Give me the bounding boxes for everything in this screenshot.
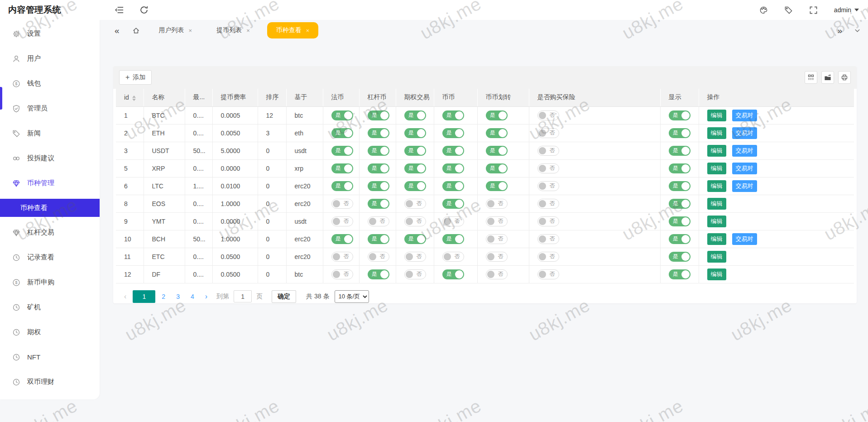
sidebar-item-杠杆交易[interactable]: 杠杆交易	[0, 220, 100, 245]
toggle-transfer-on[interactable]: 是	[486, 163, 508, 173]
toggle-option-off[interactable]: 否	[404, 269, 426, 279]
toggle-insurance-off[interactable]: 否	[537, 234, 559, 244]
pair-button[interactable]: 交易对	[732, 233, 757, 245]
sidebar-item-记录查看[interactable]: 记录查看	[0, 245, 100, 270]
toggle-insurance-off[interactable]: 否	[537, 216, 559, 226]
toggle-coin-on[interactable]: 是	[442, 146, 464, 156]
user-menu[interactable]: admin	[834, 6, 859, 14]
edit-button[interactable]: 编辑	[707, 216, 726, 227]
toggle-insurance-off[interactable]: 否	[537, 252, 559, 262]
sidebar-item-币种管理[interactable]: 币种管理	[0, 171, 100, 196]
toggle-fiat-on[interactable]: 是	[331, 163, 353, 173]
sidebar-item-期权[interactable]: 期权	[0, 320, 100, 345]
toggle-fiat-on[interactable]: 是	[331, 181, 353, 191]
page-size-select[interactable]: 10 条/页	[335, 290, 369, 303]
sidebar-item-管理员[interactable]: 管理员	[0, 96, 100, 121]
edit-button[interactable]: 编辑	[707, 233, 726, 245]
sidebar-item-投拆建议[interactable]: 投拆建议	[0, 146, 100, 171]
next-page-button[interactable]: ›	[201, 293, 212, 301]
toggle-fiat-off[interactable]: 否	[331, 216, 353, 226]
toggle-show-on[interactable]: 是	[669, 181, 691, 191]
toggle-show-on[interactable]: 是	[669, 252, 691, 262]
toggle-insurance-off[interactable]: 否	[537, 163, 559, 173]
toggle-option-off[interactable]: 否	[404, 216, 426, 226]
edit-button[interactable]: 编辑	[707, 127, 726, 139]
grid-columns-icon[interactable]	[805, 71, 817, 84]
toggle-coin-off[interactable]: 否	[442, 216, 464, 226]
tabs-scroll-right-icon[interactable]: »	[837, 26, 842, 35]
page-button-3[interactable]: 3	[172, 293, 184, 300]
toggle-coin-on[interactable]: 是	[442, 199, 464, 209]
toggle-lever-on[interactable]: 是	[368, 128, 389, 138]
edit-button[interactable]: 编辑	[707, 251, 726, 263]
toggle-option-off[interactable]: 否	[404, 199, 426, 209]
fullscreen-icon[interactable]	[809, 6, 818, 14]
toggle-fiat-off[interactable]: 否	[331, 269, 353, 279]
toggle-coin-on[interactable]: 是	[442, 110, 464, 120]
toggle-coin-on[interactable]: 是	[442, 163, 464, 173]
toggle-lever-on[interactable]: 是	[368, 269, 389, 279]
tab-币种查看[interactable]: 币种查看×	[267, 22, 319, 38]
menu-fold-icon[interactable]	[115, 5, 124, 14]
tabs-menu-chevron-down-icon[interactable]	[854, 27, 861, 34]
toggle-show-on[interactable]: 是	[669, 234, 691, 244]
toggle-option-on[interactable]: 是	[404, 163, 426, 173]
toggle-show-on[interactable]: 是	[669, 199, 691, 209]
toggle-transfer-off[interactable]: 否	[486, 216, 508, 226]
goto-page-input[interactable]	[234, 290, 252, 302]
toggle-fiat-on[interactable]: 是	[331, 110, 353, 120]
pair-button[interactable]: 交易对	[732, 145, 757, 157]
toggle-transfer-off[interactable]: 否	[486, 269, 508, 279]
toggle-option-off[interactable]: 否	[404, 252, 426, 262]
toggle-option-on[interactable]: 是	[404, 110, 426, 120]
edit-button[interactable]: 编辑	[707, 145, 726, 157]
toggle-transfer-on[interactable]: 是	[486, 146, 508, 156]
toggle-option-on[interactable]: 是	[404, 146, 426, 156]
toggle-show-on[interactable]: 是	[669, 128, 691, 138]
tab-close-icon[interactable]: ×	[246, 27, 250, 34]
toggle-insurance-off[interactable]: 否	[537, 146, 559, 156]
print-icon[interactable]	[838, 71, 851, 84]
toggle-transfer-off[interactable]: 否	[486, 199, 508, 209]
toggle-coin-on[interactable]: 是	[442, 128, 464, 138]
sidebar-scrollbar-thumb[interactable]	[0, 87, 2, 110]
toggle-lever-on[interactable]: 是	[368, 234, 389, 244]
toggle-lever-on[interactable]: 是	[368, 181, 389, 191]
toggle-option-on[interactable]: 是	[404, 128, 426, 138]
edit-button[interactable]: 编辑	[707, 198, 726, 210]
column-header-id[interactable]: id	[116, 89, 144, 106]
toggle-transfer-on[interactable]: 是	[486, 181, 508, 191]
toggle-show-on[interactable]: 是	[669, 110, 691, 120]
tabs-scroll-left-icon[interactable]: «	[115, 26, 120, 35]
toggle-transfer-on[interactable]: 是	[486, 128, 508, 138]
pair-button[interactable]: 交易对	[732, 110, 757, 121]
toggle-lever-on[interactable]: 是	[368, 163, 389, 173]
page-button-4[interactable]: 4	[186, 293, 199, 300]
toggle-show-on[interactable]: 是	[669, 163, 691, 173]
page-button-2[interactable]: 2	[157, 293, 170, 300]
goto-confirm-button[interactable]: 确定	[272, 290, 296, 303]
toggle-transfer-off[interactable]: 否	[486, 252, 508, 262]
edit-button[interactable]: 编辑	[707, 163, 726, 174]
tab-用户列表[interactable]: 用户列表×	[152, 22, 200, 38]
tab-close-icon[interactable]: ×	[189, 27, 192, 34]
sidebar-item-NFT[interactable]: NFT	[0, 345, 100, 369]
sidebar-item-用户[interactable]: 用户	[0, 46, 100, 71]
edit-button[interactable]: 编辑	[707, 110, 726, 121]
home-icon[interactable]	[132, 27, 140, 34]
toggle-option-on[interactable]: 是	[404, 181, 426, 191]
refresh-icon[interactable]	[139, 5, 149, 14]
pair-button[interactable]: 交易对	[732, 180, 757, 192]
toggle-insurance-off[interactable]: 否	[537, 128, 559, 138]
toggle-lever-off[interactable]: 否	[368, 252, 389, 262]
sidebar-item-钱包[interactable]: $钱包	[0, 71, 100, 96]
sidebar-item-矿机[interactable]: 矿机	[0, 295, 100, 320]
pair-button[interactable]: 交易对	[732, 127, 757, 139]
toggle-fiat-on[interactable]: 是	[331, 234, 353, 244]
sidebar-item-新闻[interactable]: 新闻	[0, 121, 100, 146]
sort-icon[interactable]	[132, 96, 136, 101]
toggle-transfer-on[interactable]: 是	[486, 110, 508, 120]
toggle-show-on[interactable]: 是	[669, 146, 691, 156]
toggle-fiat-on[interactable]: 是	[331, 128, 353, 138]
toggle-coin-on[interactable]: 是	[442, 269, 464, 279]
